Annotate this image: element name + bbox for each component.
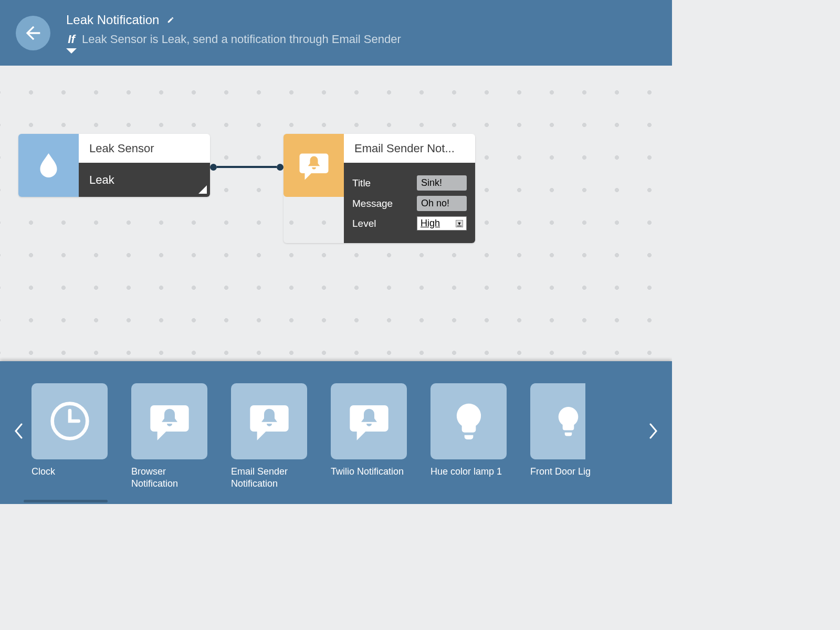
field-message-input[interactable]: Oh no! bbox=[417, 196, 467, 211]
field-title-label: Title bbox=[352, 177, 371, 189]
tray-items: Clock Browser Notification Email Sender … bbox=[26, 383, 646, 490]
device-tray: Clock Browser Notification Email Sender … bbox=[0, 361, 672, 504]
bulb-icon bbox=[551, 400, 585, 442]
trigger-node-title: Leak Sensor bbox=[79, 134, 210, 163]
tray-item-front-door-light[interactable]: Front Door Lig bbox=[530, 383, 585, 478]
tray-item-label: Front Door Lig bbox=[530, 466, 585, 478]
if-dropdown[interactable]: If bbox=[66, 33, 77, 54]
rule-description: Leak Sensor is Leak, send a notification… bbox=[82, 33, 401, 46]
tray-scrollbar[interactable] bbox=[24, 500, 108, 502]
tray-prev-button[interactable] bbox=[10, 422, 26, 444]
tray-item-label: Browser Notification bbox=[131, 466, 207, 490]
trigger-condition-value: Leak bbox=[89, 173, 114, 187]
tray-item-twilio-notification[interactable]: Twilio Notification bbox=[331, 383, 407, 478]
action-node-title: Email Sender Not... bbox=[344, 134, 475, 163]
field-message-label: Message bbox=[352, 198, 393, 209]
page-title: Leak Notification bbox=[66, 13, 159, 27]
action-node[interactable]: Email Sender Not... Title Sink! Message … bbox=[284, 134, 475, 243]
header: Leak Notification If Leak Sensor is Leak… bbox=[0, 0, 672, 66]
notification-icon bbox=[248, 400, 290, 442]
notification-icon bbox=[348, 400, 390, 442]
field-level-select[interactable]: High ▼ bbox=[417, 216, 467, 230]
trigger-condition[interactable]: Leak bbox=[79, 163, 210, 197]
tray-item-label: Twilio Notification bbox=[331, 466, 407, 478]
water-drop-icon bbox=[18, 134, 79, 197]
field-level-label: Level bbox=[352, 218, 376, 229]
if-label: If bbox=[68, 33, 75, 46]
chevron-down-icon: ▼ bbox=[456, 220, 463, 227]
tray-item-label: Hue color lamp 1 bbox=[430, 466, 507, 478]
tray-item-clock[interactable]: Clock bbox=[32, 383, 108, 478]
notification-icon bbox=[149, 400, 191, 442]
clock-icon bbox=[49, 400, 91, 442]
bulb-icon bbox=[448, 400, 490, 442]
arrow-left-icon bbox=[23, 23, 44, 44]
back-button[interactable] bbox=[16, 16, 50, 50]
trigger-node[interactable]: Leak Sensor Leak bbox=[18, 134, 210, 197]
rule-canvas[interactable]: Leak Sensor Leak Email Sender Not... Tit… bbox=[0, 66, 672, 361]
edit-icon[interactable] bbox=[167, 16, 174, 24]
tray-next-button[interactable] bbox=[646, 422, 662, 444]
tray-item-label: Clock bbox=[32, 466, 108, 478]
action-node-form: Title Sink! Message Oh no! Level High ▼ bbox=[344, 163, 475, 243]
field-level-value: High bbox=[421, 218, 440, 229]
field-title-input[interactable]: Sink! bbox=[417, 175, 467, 191]
resize-corner-icon bbox=[198, 185, 207, 194]
notification-icon bbox=[284, 134, 344, 197]
node-connector bbox=[210, 163, 284, 171]
tray-item-label: Email Sender Notification bbox=[231, 466, 307, 490]
tray-item-browser-notification[interactable]: Browser Notification bbox=[131, 383, 207, 490]
chevron-down-icon bbox=[66, 48, 77, 54]
tray-item-hue-lamp[interactable]: Hue color lamp 1 bbox=[430, 383, 507, 478]
tray-item-email-notification[interactable]: Email Sender Notification bbox=[231, 383, 307, 490]
